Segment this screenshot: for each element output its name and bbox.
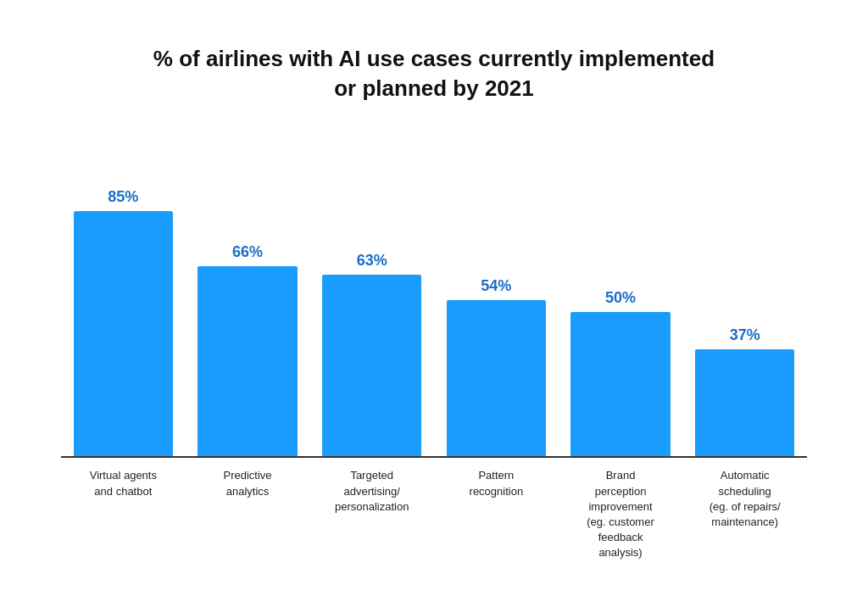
chart-title: % of airlines with AI use cases currentl…	[153, 44, 715, 103]
chart-container: % of airlines with AI use cases currentl…	[27, 19, 841, 578]
title-line1: % of airlines with AI use cases currentl…	[153, 46, 715, 71]
bar-group-3: 54%	[434, 129, 559, 457]
bar-value-5: 37%	[730, 326, 760, 344]
bar-value-3: 54%	[481, 277, 511, 295]
labels-section: Virtual agentsand chatbotPredictiveanaly…	[61, 468, 807, 560]
bar-label-4: Brandperceptionimprovement(eg. customerf…	[559, 468, 683, 560]
bar-label-0: Virtual agentsand chatbot	[61, 468, 186, 560]
bar-label-3: Patternrecognition	[434, 468, 559, 560]
title-line2: or planned by 2021	[334, 75, 534, 101]
bar-rect-2	[322, 275, 421, 456]
bar-label-2: Targetedadvertising/personalization	[309, 468, 434, 560]
bar-rect-4	[570, 312, 670, 456]
bar-value-1: 66%	[232, 243, 263, 261]
bar-value-2: 63%	[357, 252, 387, 270]
bar-label-1: Predictiveanalytics	[186, 468, 310, 560]
bar-value-0: 85%	[108, 188, 138, 206]
bar-group-5: 37%	[682, 129, 807, 457]
bars-section: 85%66%63%54%50%37%	[61, 129, 807, 459]
bar-rect-3	[447, 300, 546, 456]
bar-group-2: 63%	[309, 129, 434, 457]
chart-area: 85%66%63%54%50%37% Virtual agentsand cha…	[61, 129, 807, 561]
bar-group-4: 50%	[559, 129, 683, 457]
bar-label-5: Automaticscheduling(eg. of repairs/maint…	[682, 468, 807, 560]
bar-rect-5	[695, 349, 794, 456]
bar-rect-0	[74, 211, 173, 456]
bar-group-0: 85%	[61, 129, 186, 457]
bar-value-4: 50%	[605, 289, 636, 307]
bar-rect-1	[198, 266, 297, 456]
bar-group-1: 66%	[186, 129, 310, 457]
